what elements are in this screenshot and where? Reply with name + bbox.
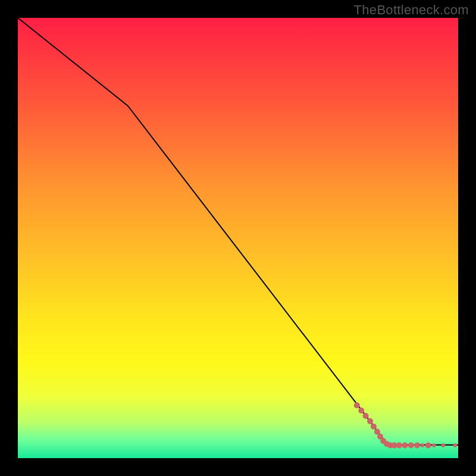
tail-point (402, 443, 408, 449)
tail-point (414, 443, 420, 449)
watermark-text: TheBottleneck.com (354, 2, 469, 18)
gradient-background (18, 18, 458, 458)
tail-point (367, 418, 373, 424)
chart-svg (18, 18, 458, 458)
plot-area (18, 18, 458, 458)
tail-point (358, 408, 364, 414)
tail-point (396, 443, 402, 449)
chart-frame: TheBottleneck.com (0, 0, 476, 476)
tail-point (425, 443, 431, 449)
tail-point (354, 402, 360, 408)
tail-point (453, 443, 457, 447)
tail-point (371, 424, 377, 430)
tail-point (432, 443, 436, 447)
tail-point (408, 443, 414, 449)
tail-point (441, 443, 445, 447)
tail-point (363, 413, 369, 419)
tail-point (421, 443, 424, 447)
